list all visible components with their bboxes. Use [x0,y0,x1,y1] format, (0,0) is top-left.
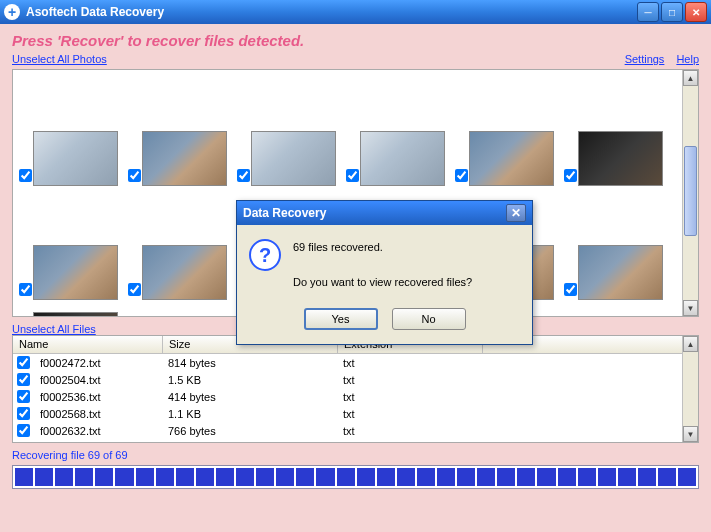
dialog-title: Data Recovery [243,206,326,220]
photo-item[interactable] [19,304,124,317]
photo-item[interactable] [346,76,451,186]
photo-checkbox[interactable] [19,169,32,182]
titlebar: + Asoftech Data Recovery ─ □ ✕ [0,0,711,24]
photo-item[interactable] [128,76,233,186]
photo-item[interactable] [19,190,124,300]
file-name: f0002536.txt [34,390,162,404]
photo-checkbox[interactable] [564,283,577,296]
file-ext: txt [337,424,361,438]
photo-item[interactable] [19,76,124,186]
file-checkbox[interactable] [17,424,30,437]
file-size: 814 bytes [162,356,337,370]
dialog-close-button[interactable]: ✕ [506,204,526,222]
scroll-down-icon[interactable]: ▼ [683,300,698,316]
photo-item[interactable] [237,76,342,186]
photo-thumbnail [33,131,118,186]
col-name-header[interactable]: Name [13,336,163,353]
file-row[interactable]: f0002632.txt766 bytestxt [13,422,698,439]
photo-item[interactable] [128,190,233,300]
app-icon: + [4,4,20,20]
scroll-thumb[interactable] [684,146,697,236]
file-checkbox[interactable] [17,407,30,420]
photo-thumbnail [33,312,118,317]
file-name: f0002504.txt [34,373,162,387]
dialog-line1: 69 files recovered. [293,239,472,257]
file-list: Name Size Extension f0002472.txt814 byte… [12,335,699,443]
file-size: 414 bytes [162,390,337,404]
photo-checkbox[interactable] [346,169,359,182]
dialog-titlebar: Data Recovery ✕ [237,201,532,225]
dialog-message: 69 files recovered. Do you want to view … [293,239,472,292]
file-scrollbar[interactable]: ▲ ▼ [682,336,698,442]
file-size: 1.5 KB [162,373,337,387]
photo-thumbnail [578,245,663,300]
file-ext: txt [337,407,361,421]
photo-item[interactable] [564,76,669,186]
file-size: 766 bytes [162,424,337,438]
photo-checkbox[interactable] [19,283,32,296]
help-link[interactable]: Help [676,53,699,65]
photo-thumbnail [33,245,118,300]
progress-bar [12,465,699,489]
photo-scrollbar[interactable]: ▲ ▼ [682,70,698,316]
file-checkbox[interactable] [17,356,30,369]
photo-thumbnail [142,245,227,300]
file-row[interactable]: f0002536.txt414 bytestxt [13,388,698,405]
status-text: Recovering file 69 of 69 [12,449,699,461]
file-ext: txt [337,356,361,370]
scroll-up-icon[interactable]: ▲ [683,336,698,352]
settings-link[interactable]: Settings [625,53,665,65]
unselect-all-files-link[interactable]: Unselect All Files [12,323,96,335]
question-icon: ? [249,239,281,271]
photo-item[interactable] [455,76,560,186]
photo-thumbnail [469,131,554,186]
photo-checkbox[interactable] [455,169,468,182]
photo-checkbox[interactable] [128,283,141,296]
scroll-up-icon[interactable]: ▲ [683,70,698,86]
window-title: Asoftech Data Recovery [26,5,164,19]
photo-checkbox[interactable] [564,169,577,182]
photo-checkbox[interactable] [237,169,250,182]
file-ext: txt [337,373,361,387]
file-size: 1.1 KB [162,407,337,421]
photo-thumbnail [360,131,445,186]
photo-thumbnail [578,131,663,186]
instruction-text: Press 'Recover' to recover files detecte… [12,32,699,49]
no-button[interactable]: No [392,308,466,330]
photo-checkbox[interactable] [128,169,141,182]
recovery-dialog: Data Recovery ✕ ? 69 files recovered. Do… [236,200,533,345]
photo-thumbnail [251,131,336,186]
scroll-down-icon[interactable]: ▼ [683,426,698,442]
yes-button[interactable]: Yes [304,308,378,330]
close-button[interactable]: ✕ [685,2,707,22]
file-row[interactable]: f0002504.txt1.5 KBtxt [13,371,698,388]
minimize-button[interactable]: ─ [637,2,659,22]
file-name: f0002472.txt [34,356,162,370]
file-name: f0002632.txt [34,424,162,438]
photo-thumbnail [142,131,227,186]
file-checkbox[interactable] [17,373,30,386]
file-row[interactable]: f0002472.txt814 bytestxt [13,354,698,371]
file-ext: txt [337,390,361,404]
file-name: f0002568.txt [34,407,162,421]
maximize-button[interactable]: □ [661,2,683,22]
dialog-line2: Do you want to view recovered files? [293,274,472,292]
file-row[interactable]: f0002568.txt1.1 KBtxt [13,405,698,422]
file-checkbox[interactable] [17,390,30,403]
unselect-all-photos-link[interactable]: Unselect All Photos [12,53,107,65]
photo-item[interactable] [564,190,669,300]
